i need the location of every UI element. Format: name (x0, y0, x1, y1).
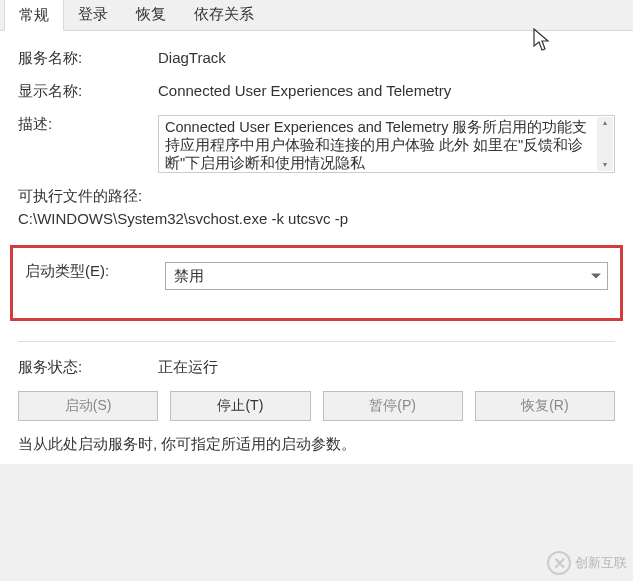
service-status-value: 正在运行 (158, 358, 615, 377)
tab-logon[interactable]: 登录 (64, 1, 122, 31)
watermark-text: 创新互联 (575, 554, 627, 572)
startup-type-label: 启动类型(E): (25, 262, 165, 281)
resume-button[interactable]: 恢复(R) (475, 391, 615, 421)
description-value: Connected User Experiences and Telemetry… (165, 119, 587, 171)
separator (18, 341, 615, 342)
scroll-down-icon[interactable]: ▾ (597, 159, 613, 171)
watermark: ✕ 创新互联 (547, 551, 627, 575)
chevron-down-icon (591, 274, 601, 279)
service-name-value: DiagTrack (158, 49, 615, 66)
general-panel: 服务名称: DiagTrack 显示名称: Connected User Exp… (0, 31, 633, 464)
startup-type-combobox[interactable]: 禁用 (165, 262, 608, 290)
display-name-value: Connected User Experiences and Telemetry (158, 82, 615, 99)
stop-button[interactable]: 停止(T) (170, 391, 310, 421)
service-status-label: 服务状态: (18, 358, 158, 377)
startup-params-hint: 当从此处启动服务时, 你可指定所适用的启动参数。 (18, 435, 615, 454)
service-name-label: 服务名称: (18, 49, 158, 68)
start-button[interactable]: 启动(S) (18, 391, 158, 421)
display-name-label: 显示名称: (18, 82, 158, 101)
description-textarea[interactable]: Connected User Experiences and Telemetry… (158, 115, 615, 173)
control-buttons: 启动(S) 停止(T) 暂停(P) 恢复(R) (18, 391, 615, 421)
exec-path-value: C:\WINDOWS\System32\svchost.exe -k utcsv… (18, 210, 615, 227)
watermark-logo-icon: ✕ (547, 551, 571, 575)
tab-bar: 常规 登录 恢复 依存关系 (0, 0, 633, 31)
description-label: 描述: (18, 115, 158, 134)
startup-type-selected: 禁用 (174, 267, 204, 286)
scrollbar[interactable]: ▴ ▾ (597, 117, 613, 171)
exec-path-label: 可执行文件的路径: (18, 187, 615, 206)
scroll-up-icon[interactable]: ▴ (597, 117, 613, 129)
tab-recovery[interactable]: 恢复 (122, 1, 180, 31)
tab-dependencies[interactable]: 依存关系 (180, 1, 268, 31)
startup-type-highlight: 启动类型(E): 禁用 (10, 245, 623, 321)
pause-button[interactable]: 暂停(P) (323, 391, 463, 421)
tab-general[interactable]: 常规 (4, 0, 64, 31)
